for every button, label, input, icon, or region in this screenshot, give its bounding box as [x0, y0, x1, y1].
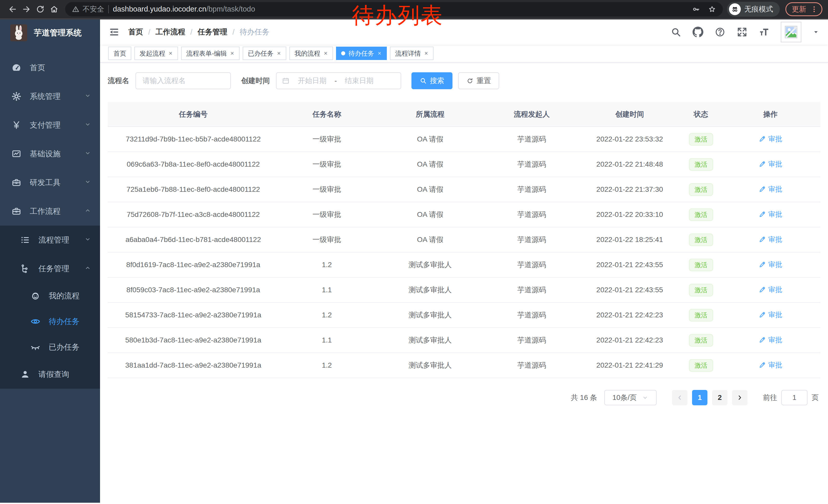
main-area: 首页 / 工作流程 / 任务管理 / 待办任务: [100, 19, 828, 503]
avatar-caret[interactable]: [813, 29, 819, 35]
sidebar-item-my-process[interactable]: 我的流程: [0, 283, 100, 309]
chevron-up-icon: [84, 207, 91, 216]
search-button[interactable]: 搜索: [411, 72, 452, 89]
tab-form-edit[interactable]: 流程表单-编辑×: [181, 47, 240, 60]
forward-button[interactable]: [19, 2, 33, 16]
kebab-menu-icon[interactable]: [810, 5, 818, 13]
search-icon: [670, 27, 681, 37]
start-date-input[interactable]: [292, 77, 332, 85]
approve-link[interactable]: 审批: [759, 235, 782, 244]
approve-link[interactable]: 审批: [759, 285, 782, 294]
tab-close-icon[interactable]: ×: [424, 50, 428, 57]
gear-icon: [11, 91, 22, 102]
sidebar-collapse-button[interactable]: [109, 27, 120, 37]
header-search-button[interactable]: [670, 27, 681, 37]
end-date-input[interactable]: [339, 77, 379, 85]
tab-close-icon[interactable]: ×: [230, 50, 235, 57]
app-logo: [10, 25, 27, 41]
sidebar-item-home[interactable]: 首页: [0, 53, 100, 82]
sidebar-item-devtools[interactable]: 研发工具: [0, 168, 100, 197]
sidebar-item-leave-query[interactable]: 请假查询: [0, 360, 100, 388]
todo-table: 任务编号任务名称所属流程流程发起人创建时间状态操作 73211d9d-7b9b-…: [108, 102, 820, 378]
url-text[interactable]: dashboard.yudao.iocoder.cn/bpm/task/todo: [113, 5, 255, 13]
fullscreen-button[interactable]: [737, 27, 747, 37]
tab-close-icon[interactable]: ×: [323, 50, 328, 57]
security-chip[interactable]: 不安全: [72, 4, 104, 14]
update-button[interactable]: 更新: [785, 2, 822, 16]
tab-label: 我的流程: [294, 49, 320, 58]
prev-page-button[interactable]: [672, 390, 688, 405]
sidebar-item-workflow[interactable]: 工作流程: [0, 197, 100, 226]
avatar[interactable]: [781, 22, 801, 42]
tab-close-icon[interactable]: ×: [168, 50, 173, 57]
page-size-select[interactable]: 10条/页: [604, 390, 657, 405]
cell-process: OA 请假: [375, 152, 486, 177]
cell-action: 审批: [720, 252, 820, 277]
breadcrumb: 首页 / 工作流程 / 任务管理 / 待办任务: [128, 27, 269, 37]
navbar-tools: [670, 22, 819, 42]
process-name-input[interactable]: [135, 72, 231, 89]
font-size-icon: [759, 27, 770, 37]
help-button[interactable]: [715, 27, 726, 37]
approve-link[interactable]: 审批: [759, 185, 782, 194]
tab-close-icon[interactable]: ×: [277, 50, 281, 57]
cell-task-id: 580e1b3d-7ac8-11ec-a9e2-a2380e71991a: [108, 328, 279, 353]
tab-start-process[interactable]: 发起流程×: [134, 47, 178, 60]
cell-task-id: 725a1eb6-7b88-11ec-8ef0-acde48001122: [108, 177, 279, 202]
sidebar-item-label: 流程管理: [38, 235, 69, 245]
cell-task-id: a6aba0a4-7b6d-11ec-b781-acde48001122: [108, 227, 279, 252]
url-domain: dashboard.yudao.iocoder.cn: [113, 5, 206, 13]
cell-initiator: 芋道源码: [485, 227, 578, 252]
github-button[interactable]: [693, 27, 703, 37]
approve-link[interactable]: 审批: [759, 335, 782, 345]
approve-link[interactable]: 审批: [759, 134, 782, 144]
cell-create-time: 2022-01-21 22:43:55: [578, 252, 681, 277]
page-button-2[interactable]: 2: [712, 390, 728, 405]
annotation-todo-list: 待办列表: [352, 1, 443, 31]
range-separator: -: [334, 77, 337, 85]
cell-create-time: 2022-01-21 22:43:55: [578, 277, 681, 303]
breadcrumb-home[interactable]: 首页: [128, 27, 143, 37]
tab-home[interactable]: 首页: [108, 47, 131, 60]
approve-link[interactable]: 审批: [759, 310, 782, 319]
sidebar-item-system[interactable]: 系统管理: [0, 82, 100, 111]
breadcrumb-task-mgmt[interactable]: 任务管理: [198, 27, 227, 37]
tab-my-process[interactable]: 我的流程×: [289, 47, 333, 60]
approve-link[interactable]: 审批: [759, 360, 782, 370]
tab-process-detail[interactable]: 流程详情×: [390, 47, 433, 60]
sidebar-item-payment[interactable]: 支付管理: [0, 111, 100, 139]
date-range-picker[interactable]: -: [276, 72, 401, 89]
key-icon[interactable]: [692, 5, 700, 13]
goto-page-input[interactable]: [781, 390, 808, 405]
font-size-button[interactable]: [759, 27, 770, 37]
cell-initiator: 芋道源码: [485, 328, 578, 353]
cell-process: 测试多审批人: [375, 328, 486, 353]
cell-initiator: 芋道源码: [485, 252, 578, 277]
sidebar-item-process-mgmt[interactable]: 流程管理: [0, 226, 100, 254]
cell-task-id: 381aa1dd-7ac8-11ec-a9e2-a2380e71991a: [108, 353, 279, 378]
page-button-1[interactable]: 1: [692, 390, 707, 405]
next-page-button[interactable]: [732, 390, 747, 405]
sidebar-item-done-tasks[interactable]: 已办任务: [0, 334, 100, 360]
cell-status: 激活: [681, 177, 720, 202]
reset-button[interactable]: 重置: [458, 72, 499, 89]
approve-link[interactable]: 审批: [759, 159, 782, 169]
sidebar-item-infra[interactable]: 基础设施: [0, 139, 100, 168]
breadcrumb-workflow[interactable]: 工作流程: [156, 27, 185, 37]
approve-link[interactable]: 审批: [759, 260, 782, 269]
home-button[interactable]: [47, 2, 61, 16]
table-body: 73211d9d-7b9b-11ec-b5b7-acde48001122一级审批…: [108, 127, 820, 378]
cell-action: 审批: [720, 353, 820, 378]
tab-label: 流程表单-编辑: [186, 49, 227, 58]
sidebar-item-task-mgmt[interactable]: 任务管理: [0, 254, 100, 283]
approve-link[interactable]: 审批: [759, 210, 782, 219]
tab-done-tasks[interactable]: 已办任务×: [243, 47, 286, 60]
bookmark-star-icon[interactable]: [708, 5, 716, 13]
tab-todo-tasks[interactable]: 待办任务×: [336, 47, 387, 60]
cell-task-name: 一级审批: [279, 152, 375, 177]
sidebar-item-todo-tasks[interactable]: 待办任务: [0, 309, 100, 334]
back-button[interactable]: [6, 2, 19, 16]
tab-close-icon[interactable]: ×: [377, 50, 382, 57]
cell-status: 激活: [681, 252, 720, 277]
reload-button[interactable]: [33, 2, 47, 16]
